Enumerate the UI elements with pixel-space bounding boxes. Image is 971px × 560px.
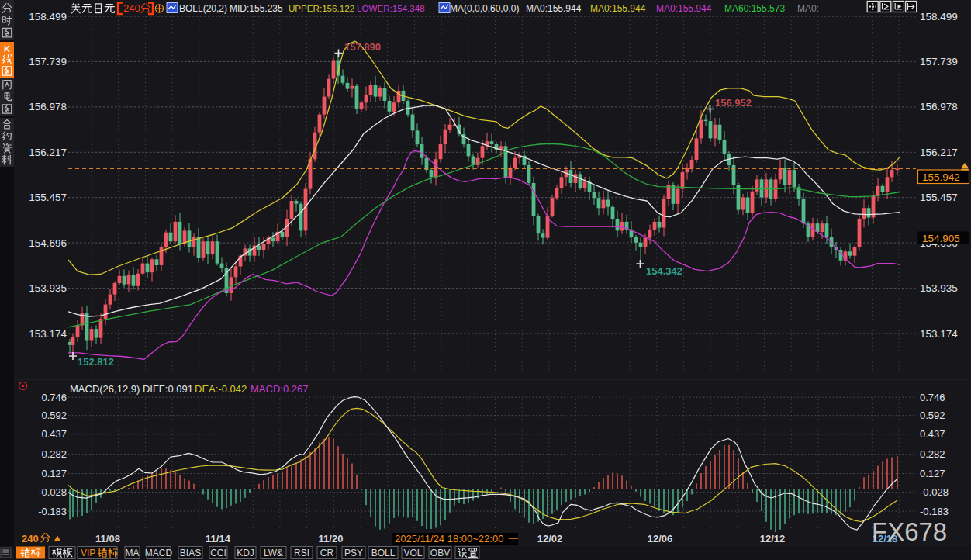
svg-text:MA0:155.944: MA0:155.944 bbox=[526, 3, 582, 14]
svg-text:0.127: 0.127 bbox=[41, 468, 67, 479]
svg-text:156.978: 156.978 bbox=[920, 101, 958, 112]
svg-text:156.217: 156.217 bbox=[29, 147, 67, 158]
svg-text:156.978: 156.978 bbox=[29, 101, 67, 112]
svg-text:240: 240 bbox=[22, 533, 39, 544]
svg-text:0.437: 0.437 bbox=[41, 428, 67, 440]
svg-text:MA: MA bbox=[126, 548, 140, 558]
svg-text:155.457: 155.457 bbox=[29, 192, 67, 203]
svg-text:LOWER:154.348: LOWER:154.348 bbox=[357, 3, 425, 13]
svg-text:0.282: 0.282 bbox=[920, 448, 945, 460]
svg-text:MACD:0.267: MACD:0.267 bbox=[251, 383, 308, 395]
svg-text:KDJ: KDJ bbox=[237, 548, 254, 558]
svg-text:VIP: VIP bbox=[81, 548, 95, 558]
svg-text:K: K bbox=[4, 44, 10, 54]
svg-text:MACD: MACD bbox=[145, 548, 173, 558]
svg-text:240: 240 bbox=[123, 2, 140, 14]
svg-text:157.890: 157.890 bbox=[344, 41, 381, 53]
svg-text:RSI: RSI bbox=[294, 548, 309, 558]
svg-text:152.812: 152.812 bbox=[78, 356, 114, 368]
svg-text:UPPER:156.122: UPPER:156.122 bbox=[289, 3, 354, 13]
svg-text:0.746: 0.746 bbox=[41, 392, 67, 403]
svg-text:BIAS: BIAS bbox=[180, 548, 201, 558]
svg-text:BOLL(20,2): BOLL(20,2) bbox=[179, 3, 227, 14]
svg-text:MID:155.235: MID:155.235 bbox=[230, 3, 283, 14]
svg-text:MA0:155.944: MA0:155.944 bbox=[590, 3, 646, 14]
svg-text:MA0:: MA0: bbox=[797, 3, 819, 14]
svg-text:-0.183: -0.183 bbox=[38, 506, 67, 517]
svg-text:158.499: 158.499 bbox=[920, 11, 958, 22]
svg-text:157.739: 157.739 bbox=[920, 56, 958, 67]
svg-text:155.457: 155.457 bbox=[920, 192, 958, 203]
svg-text:0.282: 0.282 bbox=[41, 448, 67, 460]
svg-text:0.592: 0.592 bbox=[920, 410, 945, 421]
svg-text:DEA:-0.042: DEA:-0.042 bbox=[195, 383, 247, 395]
svg-text:PSY: PSY bbox=[344, 548, 363, 558]
svg-text:11/08: 11/08 bbox=[95, 533, 120, 544]
svg-text:12/12: 12/12 bbox=[760, 533, 786, 544]
svg-text:11/20: 11/20 bbox=[319, 533, 344, 544]
svg-text:153.174: 153.174 bbox=[920, 328, 958, 340]
svg-text:0.592: 0.592 bbox=[41, 410, 67, 421]
svg-text:155.942: 155.942 bbox=[922, 171, 960, 183]
svg-text:MA(0,0,0,60,0,0): MA(0,0,0,60,0,0) bbox=[450, 3, 519, 14]
svg-text:-0.028: -0.028 bbox=[920, 486, 949, 498]
svg-text:VOL: VOL bbox=[403, 548, 422, 558]
svg-text:2025/11/24 18:00~22:00: 2025/11/24 18:00~22:00 bbox=[395, 533, 503, 544]
svg-text:153.174: 153.174 bbox=[29, 328, 67, 340]
svg-text:156.217: 156.217 bbox=[920, 147, 958, 158]
svg-text:FX678: FX678 bbox=[872, 517, 947, 546]
svg-text:BOLL: BOLL bbox=[371, 548, 396, 558]
svg-text:-0.183: -0.183 bbox=[920, 506, 949, 517]
svg-text:156.952: 156.952 bbox=[715, 97, 752, 109]
svg-text:154.696: 154.696 bbox=[29, 237, 67, 249]
svg-text:12/02: 12/02 bbox=[537, 533, 563, 544]
svg-text:11/14: 11/14 bbox=[206, 533, 231, 544]
svg-text:OBV: OBV bbox=[430, 548, 450, 558]
svg-text:CR: CR bbox=[320, 548, 334, 558]
svg-text:153.935: 153.935 bbox=[29, 282, 67, 294]
svg-text:-0.028: -0.028 bbox=[38, 486, 67, 498]
svg-text:157.739: 157.739 bbox=[29, 56, 67, 67]
svg-text:0.127: 0.127 bbox=[920, 468, 945, 479]
svg-text:153.935: 153.935 bbox=[920, 282, 958, 294]
svg-text:LW&: LW& bbox=[264, 548, 283, 558]
svg-text:154.342: 154.342 bbox=[646, 265, 682, 277]
svg-text:154.905: 154.905 bbox=[922, 233, 960, 244]
svg-text:12/06: 12/06 bbox=[648, 533, 673, 544]
svg-text:MA0:155.944: MA0:155.944 bbox=[656, 3, 712, 14]
svg-text:MA60:155.573: MA60:155.573 bbox=[724, 3, 785, 14]
svg-text:158.499: 158.499 bbox=[29, 11, 67, 22]
svg-text:MACD(26,12,9) DIFF:0.091: MACD(26,12,9) DIFF:0.091 bbox=[70, 383, 193, 395]
svg-text:0.746: 0.746 bbox=[920, 392, 945, 403]
svg-text:CCI: CCI bbox=[210, 548, 226, 558]
svg-text:0.437: 0.437 bbox=[920, 428, 945, 440]
